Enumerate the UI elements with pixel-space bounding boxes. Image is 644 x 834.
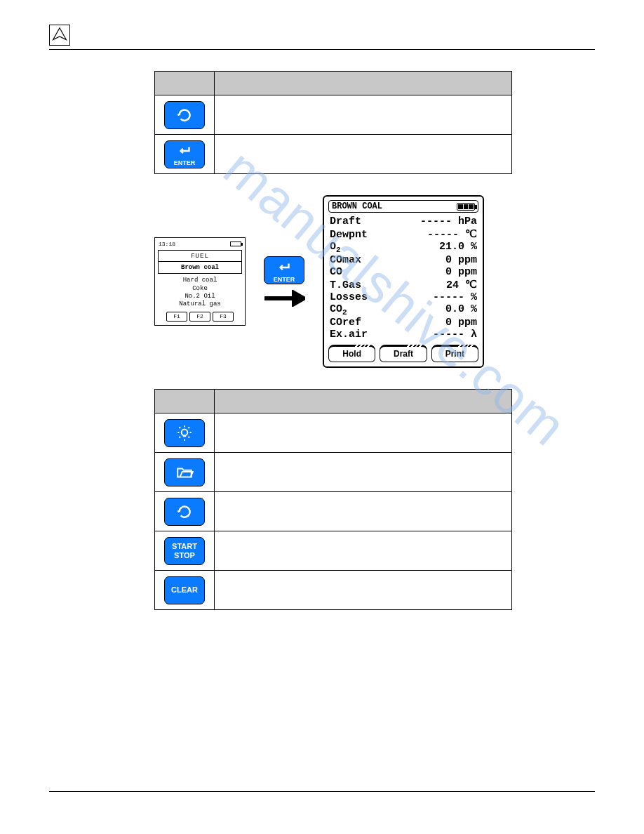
brand-logo bbox=[49, 25, 70, 46]
softkey-draft[interactable]: Draft bbox=[380, 345, 427, 362]
measure-row: O2 21.0 % bbox=[328, 241, 478, 254]
light-key[interactable] bbox=[164, 419, 205, 447]
f2-key[interactable]: F2 bbox=[189, 312, 210, 322]
measurement-screen: BROWN COAL Draft----- hPaDewpnt----- ℃O2… bbox=[323, 195, 484, 368]
screens-row: 13:18 FUEL Brown coal Hard coal Coke No.… bbox=[154, 195, 595, 368]
measurement-title: BROWN COAL bbox=[332, 201, 382, 211]
footer-rule bbox=[49, 791, 595, 792]
measure-row: CO 0 ppm bbox=[328, 266, 478, 278]
time-label: 13:18 bbox=[159, 241, 175, 248]
svg-point-0 bbox=[182, 429, 188, 435]
enter-key[interactable]: ENTER bbox=[164, 140, 205, 168]
f3-key[interactable]: F3 bbox=[213, 312, 234, 322]
measure-row: Draft----- hPa bbox=[328, 216, 478, 227]
fuel-list: Hard coal Coke No.2 Oil Natural gas bbox=[157, 277, 243, 308]
fuel-selection-screen: 13:18 FUEL Brown coal Hard coal Coke No.… bbox=[154, 237, 246, 326]
softkey-hold[interactable]: Hold bbox=[328, 345, 375, 362]
measure-row: Ex.air----- λ bbox=[328, 329, 478, 340]
cycle-key-2[interactable] bbox=[164, 498, 205, 526]
clear-key[interactable]: CLEAR bbox=[164, 576, 205, 604]
transition-arrow-block: ENTER bbox=[263, 256, 305, 307]
measure-row: T.Gas 24 ℃ bbox=[328, 278, 478, 291]
f1-key[interactable]: F1 bbox=[166, 312, 187, 322]
measure-row: CO2 0.0 % bbox=[328, 303, 478, 317]
key-table-2: START STOP CLEAR bbox=[154, 389, 512, 610]
folder-key[interactable] bbox=[164, 458, 205, 486]
key-table-1: ENTER bbox=[154, 71, 512, 174]
softkey-print[interactable]: Print bbox=[431, 345, 478, 362]
measure-row: COref 0 ppm bbox=[328, 317, 478, 329]
start-stop-key[interactable]: START STOP bbox=[164, 537, 205, 565]
arrow-right-icon bbox=[263, 290, 305, 307]
cycle-key[interactable] bbox=[164, 101, 205, 129]
measure-row: Losses----- % bbox=[328, 291, 478, 303]
enter-key-center[interactable]: ENTER bbox=[264, 256, 304, 284]
battery-icon-small bbox=[230, 241, 241, 246]
battery-icon bbox=[457, 203, 475, 211]
page-header bbox=[49, 25, 595, 50]
measure-row: COmax 0 ppm bbox=[328, 254, 478, 266]
measure-row: Dewpnt----- ℃ bbox=[328, 227, 478, 241]
fuel-selected: Brown coal bbox=[158, 262, 242, 274]
fuel-header: FUEL bbox=[158, 250, 242, 262]
